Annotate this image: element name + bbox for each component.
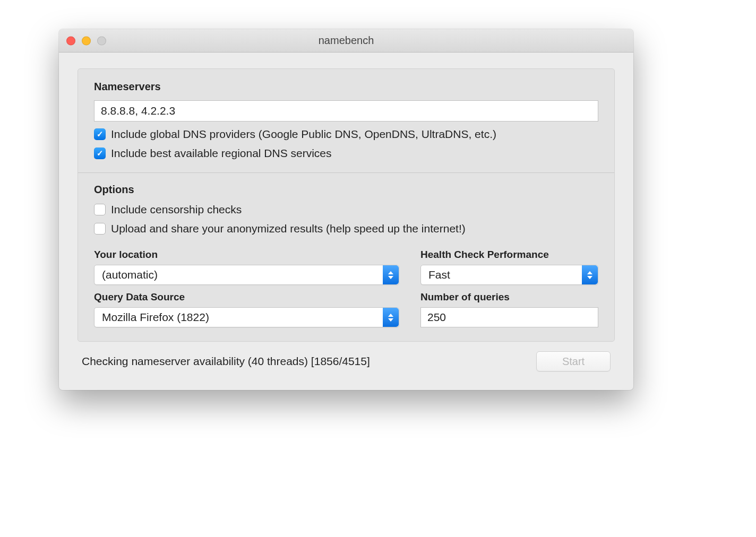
status-text: Checking nameserver availability (40 thr…: [82, 355, 370, 368]
health-label: Health Check Performance: [420, 249, 598, 261]
start-button[interactable]: Start: [536, 351, 611, 371]
traffic-lights: [66, 36, 106, 45]
titlebar: namebench: [59, 29, 633, 53]
source-label: Query Data Source: [94, 291, 399, 303]
include-regional-label: Include best available regional DNS serv…: [111, 147, 332, 160]
censorship-checkbox[interactable]: [94, 204, 106, 215]
include-global-label: Include global DNS providers (Google Pub…: [111, 128, 496, 141]
health-value: Fast: [428, 268, 450, 281]
updown-arrows-icon: [582, 265, 598, 284]
include-global-checkbox[interactable]: ✓: [94, 128, 106, 140]
source-select[interactable]: Mozilla Firefox (1822): [94, 307, 399, 327]
censorship-row[interactable]: Include censorship checks: [94, 203, 598, 216]
nameservers-input[interactable]: [94, 100, 598, 122]
minimize-window-button[interactable]: [82, 36, 91, 45]
upload-row[interactable]: Upload and share your anonymized results…: [94, 222, 598, 235]
queries-input[interactable]: [420, 307, 598, 327]
close-window-button[interactable]: [66, 36, 75, 45]
checkmark-icon: ✓: [97, 149, 104, 158]
queries-column: Number of queries: [420, 291, 598, 327]
content: Nameservers ✓ Include global DNS provide…: [59, 53, 633, 390]
censorship-label: Include censorship checks: [111, 203, 242, 216]
zoom-window-button[interactable]: [97, 36, 106, 45]
include-regional-row[interactable]: ✓ Include best available regional DNS se…: [94, 147, 598, 160]
location-value: (automatic): [102, 268, 158, 281]
location-column: Your location (automatic): [94, 249, 399, 285]
app-window: namebench Nameservers ✓ Include global D…: [59, 29, 633, 390]
nameservers-heading: Nameservers: [94, 81, 598, 93]
options-heading: Options: [94, 184, 598, 196]
include-global-row[interactable]: ✓ Include global DNS providers (Google P…: [94, 128, 598, 141]
upload-label: Upload and share your anonymized results…: [111, 222, 466, 235]
health-select[interactable]: Fast: [420, 265, 598, 285]
settings-grid: Your location (automatic) Health Check P…: [94, 249, 598, 327]
main-panel: Nameservers ✓ Include global DNS provide…: [78, 68, 615, 342]
location-select[interactable]: (automatic): [94, 265, 399, 285]
source-value: Mozilla Firefox (1822): [102, 311, 209, 324]
updown-arrows-icon: [383, 265, 399, 284]
upload-checkbox[interactable]: [94, 223, 106, 235]
checkmark-icon: ✓: [97, 129, 104, 139]
updown-arrows-icon: [383, 308, 399, 327]
location-label: Your location: [94, 249, 399, 261]
queries-label: Number of queries: [420, 291, 598, 303]
section-divider: [78, 172, 614, 173]
health-column: Health Check Performance Fast: [420, 249, 598, 285]
source-column: Query Data Source Mozilla Firefox (1822): [94, 291, 399, 327]
footer: Checking nameserver availability (40 thr…: [78, 342, 615, 377]
window-title: namebench: [319, 34, 374, 47]
include-regional-checkbox[interactable]: ✓: [94, 148, 106, 159]
